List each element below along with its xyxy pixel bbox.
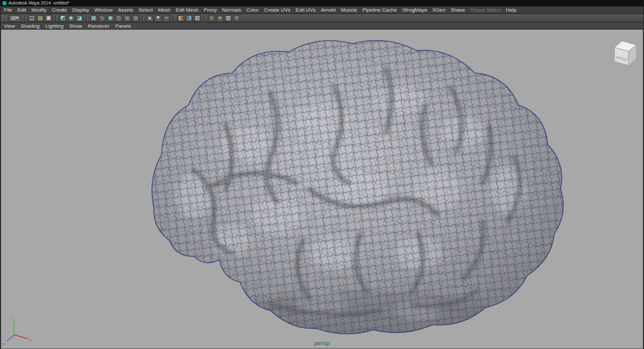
history-output-icon[interactable]: ▼ <box>155 15 162 22</box>
snap-point-icon[interactable]: ◉ <box>107 15 114 22</box>
snap-grid-icon[interactable]: ▦ <box>90 15 97 22</box>
menu-pipeline-cache[interactable]: Pipeline Cache <box>363 7 397 13</box>
snap-view-icon[interactable]: ◎ <box>124 15 131 22</box>
menu-mesh[interactable]: Mesh <box>158 7 171 13</box>
panel-menu-show[interactable]: Show <box>70 23 82 29</box>
toolbar-divider <box>86 15 87 21</box>
history-input-icon[interactable]: ▲ <box>146 15 153 22</box>
select-hierarchy-icon[interactable]: ◩ <box>59 15 66 22</box>
menu-create-uvs[interactable]: Create UVs <box>264 7 290 13</box>
menu-edit-uvs[interactable]: Edit UVs <box>296 7 316 13</box>
window-title: Autodesk Maya 2014: untitled* <box>8 0 70 6</box>
axis-z-label: z <box>3 342 5 346</box>
hypershade-icon[interactable]: ● <box>216 15 223 22</box>
toolbar-divider <box>204 15 205 21</box>
origin-axis-indicator: y x z <box>3 316 32 346</box>
panel-menu-panels[interactable]: Panels <box>115 23 131 29</box>
brain-wireframe <box>152 41 564 334</box>
make-live-icon[interactable]: ◍ <box>132 15 139 22</box>
new-scene-icon[interactable]: ▢ <box>28 15 35 22</box>
menu-xfrogmaya[interactable]: XfrogMaya <box>402 7 427 13</box>
menu-shave[interactable]: Shave <box>451 7 466 13</box>
construction-history-icon[interactable]: + <box>163 15 170 22</box>
menu-proxy[interactable]: Proxy <box>204 7 216 13</box>
menu-create[interactable]: Create <box>52 7 67 13</box>
select-component-icon[interactable]: ◪ <box>76 15 83 22</box>
menu-assets[interactable]: Assets <box>118 7 133 13</box>
maya-window: Autodesk Maya 2014: untitled* FileEditMo… <box>0 0 644 349</box>
menu-edit[interactable]: Edit <box>17 7 26 13</box>
brain-model[interactable] <box>152 41 564 348</box>
viewport-perspective[interactable]: FRONT y x z persp <box>1 30 643 349</box>
outliner-icon[interactable]: ≡ <box>233 15 240 22</box>
status-line: ▤▾▢▤▣◩■◪▦∿◉◇◎◍▲▼+◧◨▧∗●▨≡ <box>1 14 643 23</box>
panel-menu-view[interactable]: View <box>4 23 15 29</box>
snap-plane-icon[interactable]: ◇ <box>115 15 122 22</box>
render-icon[interactable]: ◧ <box>177 15 184 22</box>
menu-modify[interactable]: Modify <box>32 7 47 13</box>
uv-texture-editor-icon[interactable]: ▨ <box>225 15 232 22</box>
menu-help[interactable]: Help <box>506 7 516 13</box>
main-menu-bar: FileEditModifyCreateDisplayWindowAssetsS… <box>1 6 643 14</box>
menu-file[interactable]: File <box>4 7 12 13</box>
menu-display[interactable]: Display <box>72 7 89 13</box>
viewport-scene: FRONT y x z <box>1 30 643 348</box>
render-settings-icon[interactable]: ▧ <box>194 15 201 22</box>
menu-xgen[interactable]: XGen <box>432 7 445 13</box>
snap-curve-icon[interactable]: ∿ <box>99 15 106 22</box>
panel-menu-lighting[interactable]: Lighting <box>46 23 64 29</box>
menu-window[interactable]: Window <box>95 7 113 13</box>
menu-muscle[interactable]: Muscle <box>341 7 357 13</box>
maya-logo-icon <box>3 1 6 5</box>
axis-y-label: y <box>12 316 14 319</box>
panel-menu-shading[interactable]: Shading <box>21 23 39 29</box>
ipr-render-icon[interactable]: ◨ <box>185 15 193 22</box>
paint-effects-icon[interactable]: ∗ <box>208 15 215 22</box>
view-cube[interactable]: FRONT <box>614 41 636 66</box>
menu-arnold[interactable]: Arnold <box>321 7 336 13</box>
save-scene-icon[interactable]: ▣ <box>45 15 52 22</box>
menu-set-selector[interactable]: ▤▾ <box>8 15 21 22</box>
status-line-icons: ▤▾▢▤▣◩■◪▦∿◉◇◎◍▲▼+◧◨▧∗●▨≡ <box>8 15 240 22</box>
panel-menu-renderer[interactable]: Renderer <box>88 23 109 29</box>
toolbar-divider <box>55 15 56 21</box>
open-scene-icon[interactable]: ▤ <box>37 15 44 22</box>
toolbar-divider <box>173 15 174 21</box>
toolbar-divider <box>24 15 25 21</box>
select-object-icon[interactable]: ■ <box>68 15 75 22</box>
title-bar: Autodesk Maya 2014: untitled* <box>1 0 643 6</box>
menu-normals[interactable]: Normals <box>222 7 242 13</box>
menu-color[interactable]: Color <box>247 7 259 13</box>
shelf-grip-handle[interactable] <box>3 15 6 21</box>
panel-menu-bar: ViewShadingLightingShowRendererPanels <box>1 23 643 30</box>
axis-x-label: x <box>30 338 32 342</box>
menu-shave-select[interactable]: Shave Select <box>470 7 500 13</box>
toolbar-divider <box>142 15 143 21</box>
menu-select[interactable]: Select <box>138 7 153 13</box>
camera-name-label: persp <box>314 340 330 346</box>
menu-edit-mesh[interactable]: Edit Mesh <box>176 7 199 13</box>
